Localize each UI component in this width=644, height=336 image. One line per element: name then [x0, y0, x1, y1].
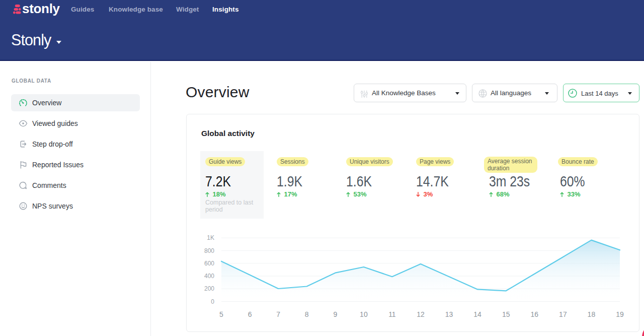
svg-text:16: 16 [531, 310, 539, 318]
svg-text:9: 9 [333, 310, 337, 318]
svg-text:1K: 1K [207, 234, 214, 241]
svg-text:13: 13 [445, 310, 453, 318]
svg-text:7: 7 [276, 310, 280, 318]
svg-text:15: 15 [502, 310, 510, 318]
svg-text:12: 12 [417, 310, 425, 318]
svg-text:6: 6 [248, 310, 252, 318]
svg-text:0: 0 [211, 298, 214, 305]
svg-text:600: 600 [204, 260, 214, 267]
svg-text:14: 14 [473, 310, 481, 318]
svg-text:17: 17 [559, 310, 567, 318]
svg-text:5: 5 [219, 310, 223, 318]
svg-text:18: 18 [588, 310, 596, 318]
svg-text:11: 11 [388, 310, 396, 318]
svg-text:200: 200 [204, 285, 214, 292]
svg-text:10: 10 [360, 310, 368, 318]
svg-text:8: 8 [305, 310, 309, 318]
svg-text:800: 800 [204, 247, 214, 254]
svg-text:19: 19 [616, 310, 624, 318]
svg-text:400: 400 [204, 273, 214, 280]
